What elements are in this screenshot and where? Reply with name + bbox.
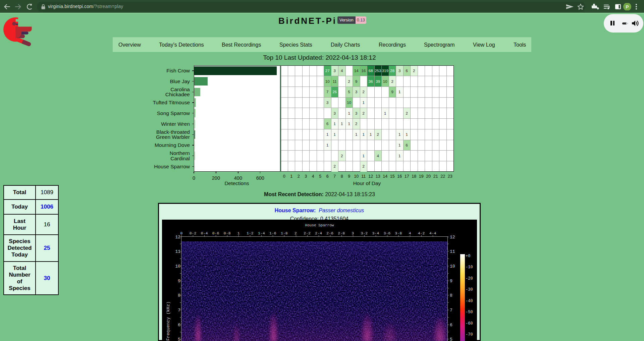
svg-text:P: P	[626, 4, 629, 9]
